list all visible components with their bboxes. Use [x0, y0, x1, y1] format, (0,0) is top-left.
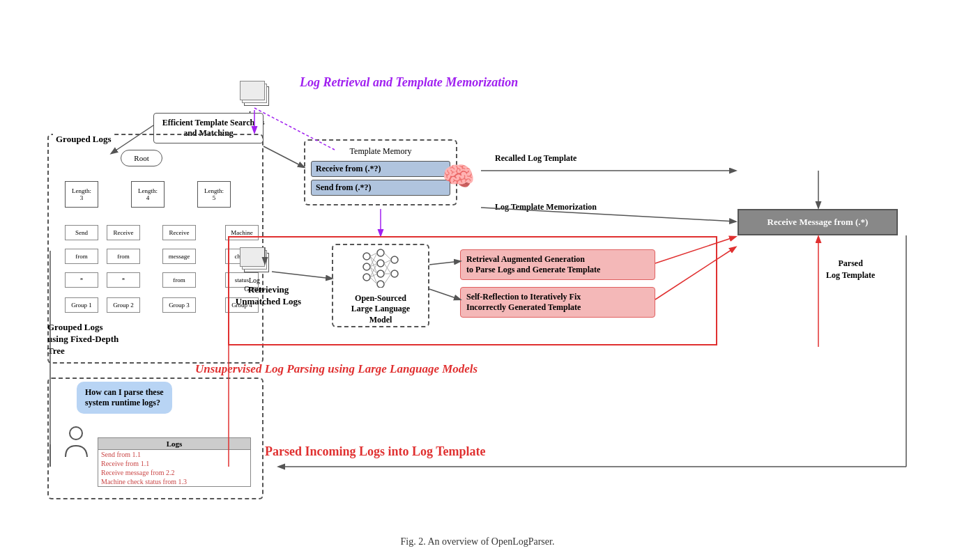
- parsed-incoming-text: Parsed Incoming Logs into: [265, 444, 409, 458]
- svg-line-22: [384, 260, 391, 274]
- llm-box: Open-Sourced Large Language Model: [332, 244, 429, 327]
- svg-line-19: [384, 253, 391, 260]
- svg-line-34: [272, 272, 332, 279]
- word-receive2: Receive: [162, 225, 196, 240]
- svg-line-28: [263, 146, 304, 167]
- template-memory-title: Template Memory: [311, 146, 450, 157]
- parsed-incoming-title: Parsed Incoming Logs into Log Template: [265, 444, 486, 459]
- word-send: Send: [65, 225, 98, 240]
- log-retrieval-title: Log Retrieval and Template Memorization: [300, 75, 518, 90]
- word-message: message: [162, 249, 196, 264]
- log-row-2: Receive from 1.1: [98, 459, 250, 468]
- svg-point-4: [377, 260, 384, 267]
- len-3-node: Length:3: [65, 181, 98, 208]
- llm-label: Open-Sourced Large Language Model: [351, 293, 410, 326]
- root-node: Root: [121, 150, 162, 166]
- len-4-node: Length:4: [131, 181, 165, 208]
- receive-msg-box: Receive Message from (.*): [738, 209, 898, 235]
- brain-icon: 🧠: [441, 159, 475, 194]
- svg-point-3: [377, 249, 384, 256]
- svg-point-8: [391, 270, 398, 277]
- word-from3: from: [162, 272, 196, 288]
- logs-table-box: Logs Send from 1.1 Receive from 1.1 Rece…: [98, 437, 251, 487]
- neural-net-icon: [360, 246, 402, 288]
- log-stack-icon-top: [238, 81, 270, 109]
- word-star1: *: [65, 272, 98, 288]
- parsed-incoming-colored: Log Template: [412, 444, 486, 458]
- svg-line-38: [655, 247, 735, 300]
- unsupervised-title: Unsupervised Log Parsing using Large Lan…: [195, 362, 478, 376]
- svg-line-35: [429, 261, 460, 265]
- log-row-1: Send from 1.1: [98, 450, 250, 459]
- grouped-fixed-label: Grouped Logs using Fixed-Depth Tree: [47, 322, 119, 357]
- svg-point-25: [70, 427, 82, 440]
- svg-line-36: [429, 289, 460, 300]
- memorization-label: Log Template Memorization: [495, 202, 597, 212]
- template-memory-box: Template Memory Receive from (.*?) Send …: [304, 139, 457, 205]
- group3-node: Group 3: [162, 297, 196, 313]
- svg-point-7: [391, 256, 398, 263]
- logs-table-title: Logs: [98, 438, 250, 450]
- template-item-2: Send from (.*?): [311, 180, 450, 196]
- word-receive1: Receive: [107, 225, 140, 240]
- recalled-label: Recalled Log Template: [495, 153, 576, 164]
- user-icon: [64, 426, 89, 460]
- svg-line-24: [384, 274, 391, 284]
- svg-line-37: [655, 237, 735, 263]
- svg-point-5: [377, 270, 384, 277]
- fig-caption: Fig. 2. An overview of OpenLogParser.: [0, 536, 955, 547]
- word-from2: from: [107, 249, 140, 264]
- log-row-4: Machine check status from 1.3: [98, 477, 250, 486]
- template-item-1: Receive from (.*?): [311, 161, 450, 177]
- len-5-node: Length:5: [197, 181, 231, 208]
- word-machine: Machine: [225, 225, 259, 240]
- rag-box-bot: Self-Reflection to Iteratively Fix Incor…: [460, 287, 655, 318]
- retrieving-label: Retrieving Unmatched Logs: [230, 284, 307, 308]
- svg-point-0: [363, 253, 370, 260]
- parsed-log-label: Parsed Log Template: [826, 258, 875, 281]
- group1-node: Group 1: [65, 297, 98, 313]
- word-star2: *: [107, 272, 140, 288]
- log-row-3: Receive message from 2.2: [98, 468, 250, 477]
- svg-point-1: [363, 263, 370, 270]
- log-stack-icon-mid: [238, 247, 270, 275]
- svg-line-18: [370, 277, 377, 284]
- word-from1: from: [65, 249, 98, 264]
- rag-box-top: Retrieval Augmented Generation to Parse …: [460, 249, 655, 280]
- group2-node: Group 2: [107, 297, 140, 313]
- speech-bubble: How can I parse these system runtime log…: [77, 382, 172, 414]
- svg-point-2: [363, 274, 370, 281]
- diagram-container: Log Retrieval and Template Memorization …: [0, 0, 955, 560]
- svg-point-6: [377, 281, 384, 288]
